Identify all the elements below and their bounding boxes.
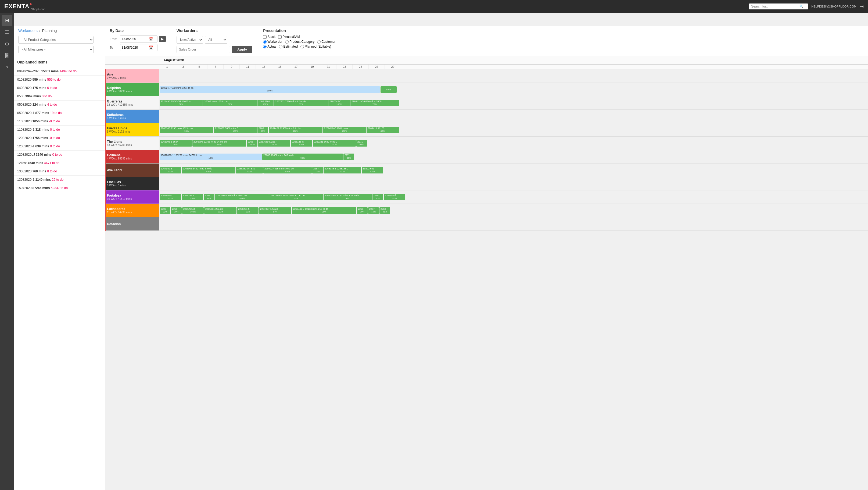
milestone-select[interactable]: - All Milestones - <box>18 46 94 53</box>
apply-button[interactable]: Apply <box>232 46 252 53</box>
wo-scope-select[interactable]: All My WOs <box>205 36 227 44</box>
planned-radio[interactable] <box>301 45 304 49</box>
sidebar-item-workorders[interactable]: ☰ <box>2 27 12 38</box>
list-item[interactable]: 13082020-1 1140 mins 25 to do <box>14 176 105 184</box>
gantt-bar[interactable]: 2265095-5 556465% <box>160 140 192 147</box>
list-item[interactable]: 0506 3969 mins 0 to do <box>14 92 105 100</box>
gantt-bar[interactable]: 2265652-L100% <box>160 194 181 200</box>
pieces-sam-checkbox-label[interactable]: Pieces/SAM <box>278 35 300 39</box>
gantt-bar[interactable]: 2266906 6489 mins 5 to do100% <box>182 167 236 173</box>
customer-radio-label[interactable]: Customer <box>317 40 335 44</box>
gantt-bar[interactable]: 227164% <box>356 140 367 147</box>
list-item[interactable]: 00TestNew2020 15051 mins 14943 to do <box>14 67 105 76</box>
from-calendar-icon[interactable]: 📅 <box>149 37 153 41</box>
workorder-radio-label[interactable]: Workorder <box>263 40 282 44</box>
gantt-bar[interactable]: 2267545-C100% <box>329 100 350 106</box>
gantt-bar[interactable]: 2268490-J 10193 mins 219 to do98% <box>292 207 356 214</box>
gantt-bar[interactable]: 226810% <box>357 207 368 214</box>
logout-icon[interactable]: ⇥ <box>860 3 864 9</box>
product-category-radio[interactable] <box>285 40 289 44</box>
breadcrumb-parent[interactable]: Workorders <box>18 29 38 33</box>
gantt-bar[interactable]: 030892% <box>160 207 170 214</box>
actual-radio-label[interactable]: Actual <box>263 45 276 49</box>
gantt-bar[interactable]: 2265245 199% <box>182 194 203 200</box>
gantt-bar[interactable]: 2224490 JOGGER 11087 m98% <box>160 100 203 106</box>
pieces-sam-checkbox[interactable] <box>278 35 282 39</box>
actual-radio[interactable] <box>263 45 267 49</box>
gantt-bar[interactable]: 2266251-AF 539100% <box>236 167 263 173</box>
list-item[interactable]: 12Test 4640 mins 4471 to do <box>14 159 105 167</box>
to-date-input[interactable] <box>122 46 149 50</box>
stack-checkbox[interactable] <box>263 35 267 39</box>
gantt-bar[interactable]: 2269048-F 8140 mins 126 to do98% <box>323 194 372 200</box>
gantt-bar[interactable]: 226851% <box>379 207 390 214</box>
play-button[interactable]: ▶ <box>159 36 166 42</box>
sidebar-item-help[interactable]: ? <box>2 62 12 73</box>
list-item[interactable]: 11082020-1 318 mins 0 to do <box>14 125 105 134</box>
sidebar-item-dashboard[interactable]: ⊞ <box>2 15 12 26</box>
gantt-bar[interactable]: 226599% <box>257 127 268 133</box>
gantt-bar[interactable]: 2267429 12905 mins 0 to do100% <box>269 127 322 133</box>
gantt-bar[interactable]: 2266100% <box>247 140 257 147</box>
gantt-bar[interactable]: 2265281 2534 n100% <box>204 207 237 214</box>
gantt-bar[interactable]: 2267519 4330 mins 10 to do100% <box>215 194 269 200</box>
gantt-bar[interactable]: 19292 601100% <box>362 167 383 173</box>
gantt-bar[interactable]: 2268138-C100% <box>291 140 312 147</box>
list-item[interactable]: 12082020 1755 mins -0 to do <box>14 134 105 142</box>
from-date-input[interactable] <box>122 37 149 41</box>
gantt-bar[interactable]: 226510% <box>171 207 182 214</box>
customer-radio[interactable] <box>317 40 320 44</box>
search-input[interactable] <box>751 5 800 8</box>
workorder-radio[interactable] <box>263 40 267 44</box>
sales-order-input[interactable] <box>177 46 230 53</box>
gantt-bar[interactable]: 19062-1 7502 mins 3224 to do100% <box>160 86 380 93</box>
sidebar-item-database[interactable]: 🗄 <box>2 51 12 61</box>
gantt-bar[interactable]: 2269231 5687 mins 9100% <box>313 140 356 147</box>
wo-status-select[interactable]: New/Active All Completed Cancelled <box>177 36 203 44</box>
list-item[interactable]: 05082020-1 877 mins 19 to do <box>14 109 105 117</box>
gantt-bar[interactable]: 227136% <box>343 153 354 160</box>
gantt-bar[interactable]: 1465 2201100% <box>257 100 274 106</box>
gantt-bar[interactable]: 2267589-L 2267100% <box>258 140 290 147</box>
gantt-bar[interactable]: 2267589-F 5544 mins 401 to do93% <box>269 194 323 200</box>
gantt-bar[interactable]: 226710% <box>312 167 323 173</box>
list-item[interactable]: 12082020-1 639 mins 0 to do <box>14 142 105 151</box>
sidebar-item-tools[interactable]: ⚙ <box>2 39 12 50</box>
stack-checkbox-label[interactable]: Stack <box>263 35 275 39</box>
gantt-bar[interactable]: 2266251 510% <box>237 207 258 214</box>
list-item[interactable]: 13082020 760 mins 8 to do <box>14 167 105 176</box>
product-category-select[interactable]: - All Product Categories - <box>18 36 94 44</box>
gantt-bar[interactable]: 2266857 5850 mins 0100% <box>214 127 257 133</box>
list-item[interactable]: 12082020LJ 3240 mins 0 to do <box>14 151 105 159</box>
gantt-bar[interactable]: 2269411 1015580% <box>367 127 399 133</box>
gantt-bar[interactable]: 2265795 3100% <box>182 207 204 214</box>
gantt-bar[interactable]: 226510% <box>204 194 214 200</box>
gantt-bar[interactable]: 2269411-G 8210 mins 180078% <box>350 100 399 106</box>
gantt-bar[interactable]: 2269048-C 4884 mins100% <box>323 127 366 133</box>
list-item[interactable]: 05082020 124 mins 4 to do <box>14 100 105 109</box>
gantt-bar[interactable]: 2267502 7776 mins 62 to do99% <box>274 100 328 106</box>
gantt-bar[interactable]: 2264982 5100% <box>160 167 181 173</box>
estimated-radio[interactable] <box>279 45 282 49</box>
product-category-radio-label[interactable]: Product Category <box>285 40 314 44</box>
search-box[interactable]: 🔍 <box>749 3 808 9</box>
gantt-bar[interactable]: 226710% <box>368 207 379 214</box>
to-calendar-icon[interactable]: 📅 <box>149 46 153 50</box>
list-item[interactable]: 01082020 559 mins 559 to do <box>14 76 105 84</box>
gantt-bar[interactable]: 10365 mins 165 to do98% <box>203 100 257 106</box>
gantt-bar[interactable]: 2268138-1 2268138-2105% <box>323 167 361 173</box>
gantt-bar[interactable]: 2266143 9198 mins 162 to do98% <box>160 127 213 133</box>
gantt-panel[interactable]: August 2020 1357911131517192123252729 An… <box>105 56 868 490</box>
list-item[interactable]: 04082020 175 mins 0 to do <box>14 84 105 92</box>
estimated-radio-label[interactable]: Estimated <box>279 45 298 49</box>
planned-radio-label[interactable]: Planned (Editable) <box>301 45 331 49</box>
gantt-bar[interactable]: 190110% <box>372 194 383 200</box>
gantt-bar[interactable]: 2266799 10365 mins 243 to do98% <box>192 140 246 147</box>
gantt-bar[interactable]: 100% <box>380 86 397 93</box>
gantt-bar[interactable]: 2268977-f91% <box>384 194 405 200</box>
gantt-bar[interactable]: 22683 19488 mins 146 to do99% <box>262 153 343 160</box>
list-item[interactable]: 15072020 87246 mins 52337 to do <box>14 184 105 192</box>
gantt-bar[interactable]: 2267327-L 557364% <box>259 207 291 214</box>
gantt-bar[interactable]: 15072020-1 136279 mins 94799 to do10% <box>160 153 262 160</box>
gantt-bar[interactable]: 2269227 5156 mins 0 to do100% <box>264 167 312 173</box>
